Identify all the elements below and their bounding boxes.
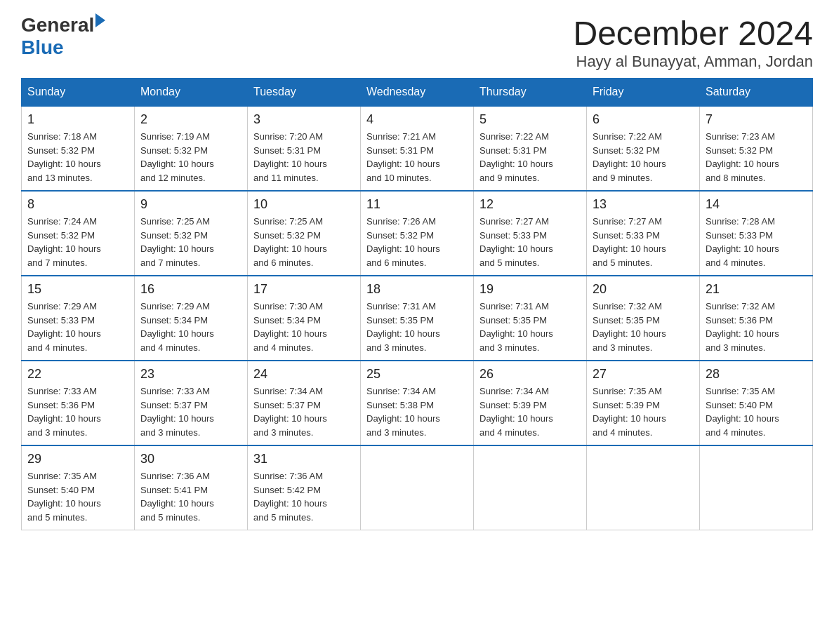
sunrise-label: Sunrise: 7:27 AM [593,216,662,227]
day-info: Sunrise: 7:19 AM Sunset: 5:32 PM Dayligh… [140,130,241,185]
daylight-minutes: and 11 minutes. [253,173,319,183]
calendar-cell: 22 Sunrise: 7:33 AM Sunset: 5:36 PM Dayl… [22,361,135,445]
day-number: 29 [27,452,128,467]
sunrise-label: Sunrise: 7:35 AM [27,471,97,481]
daylight-label: Daylight: 10 hours [253,413,327,424]
daylight-label: Daylight: 10 hours [479,328,553,339]
sunset-label: Sunset: 5:31 PM [479,145,547,156]
day-number: 7 [706,112,807,127]
daylight-label: Daylight: 10 hours [253,159,327,169]
calendar-cell: 26 Sunrise: 7:34 AM Sunset: 5:39 PM Dayl… [474,361,587,445]
daylight-minutes: and 5 minutes. [27,512,87,523]
daylight-label: Daylight: 10 hours [479,243,553,254]
sunrise-label: Sunrise: 7:22 AM [479,131,549,142]
calendar-cell: 31 Sunrise: 7:36 AM Sunset: 5:42 PM Dayl… [248,445,361,530]
calendar-cell: 13 Sunrise: 7:27 AM Sunset: 5:33 PM Dayl… [587,191,700,276]
daylight-minutes: and 3 minutes. [366,342,426,353]
calendar-cell: 25 Sunrise: 7:34 AM Sunset: 5:38 PM Dayl… [361,361,474,445]
day-info: Sunrise: 7:36 AM Sunset: 5:42 PM Dayligh… [253,469,355,524]
calendar-cell: 1 Sunrise: 7:18 AM Sunset: 5:32 PM Dayli… [22,106,135,191]
daylight-label: Daylight: 10 hours [27,243,101,254]
day-info: Sunrise: 7:25 AM Sunset: 5:32 PM Dayligh… [140,215,241,269]
day-info: Sunrise: 7:31 AM Sunset: 5:35 PM Dayligh… [479,300,581,354]
weekday-header-monday: Monday [135,79,248,107]
calendar-table: SundayMondayTuesdayWednesdayThursdayFrid… [21,78,813,530]
calendar-cell: 12 Sunrise: 7:27 AM Sunset: 5:33 PM Dayl… [474,191,587,276]
day-info: Sunrise: 7:20 AM Sunset: 5:31 PM Dayligh… [253,130,355,185]
month-title: December 2024 [573,14,813,53]
calendar-cell: 14 Sunrise: 7:28 AM Sunset: 5:33 PM Dayl… [700,191,813,276]
day-info: Sunrise: 7:21 AM Sunset: 5:31 PM Dayligh… [366,130,468,185]
sunset-label: Sunset: 5:38 PM [366,400,434,410]
weekday-header-wednesday: Wednesday [361,79,474,107]
sunrise-label: Sunrise: 7:33 AM [140,386,210,396]
daylight-minutes: and 7 minutes. [27,257,87,268]
daylight-label: Daylight: 10 hours [479,413,553,424]
calendar-week-row: 15 Sunrise: 7:29 AM Sunset: 5:33 PM Dayl… [22,276,813,361]
day-info: Sunrise: 7:35 AM Sunset: 5:39 PM Dayligh… [593,384,694,439]
day-info: Sunrise: 7:28 AM Sunset: 5:33 PM Dayligh… [706,215,807,269]
sunrise-label: Sunrise: 7:23 AM [706,131,775,142]
daylight-minutes: and 3 minutes. [27,427,87,438]
sunset-label: Sunset: 5:31 PM [253,145,321,156]
sunset-label: Sunset: 5:33 PM [593,230,660,241]
sunset-label: Sunset: 5:35 PM [593,315,660,326]
daylight-minutes: and 4 minutes. [706,257,765,268]
day-info: Sunrise: 7:24 AM Sunset: 5:32 PM Dayligh… [27,215,128,269]
day-info: Sunrise: 7:34 AM Sunset: 5:37 PM Dayligh… [253,384,355,439]
sunset-label: Sunset: 5:32 PM [706,145,773,156]
weekday-header-sunday: Sunday [22,79,135,107]
calendar-body: 1 Sunrise: 7:18 AM Sunset: 5:32 PM Dayli… [22,106,813,530]
sunrise-label: Sunrise: 7:19 AM [140,131,210,142]
calendar-cell: 10 Sunrise: 7:25 AM Sunset: 5:32 PM Dayl… [248,191,361,276]
sunrise-label: Sunrise: 7:25 AM [140,216,210,227]
daylight-label: Daylight: 10 hours [140,243,214,254]
day-number: 23 [140,367,241,382]
day-number: 17 [253,282,355,297]
day-info: Sunrise: 7:27 AM Sunset: 5:33 PM Dayligh… [593,215,694,269]
day-number: 4 [366,112,468,127]
daylight-minutes: and 9 minutes. [479,173,539,183]
sunset-label: Sunset: 5:36 PM [706,315,773,326]
sunrise-label: Sunrise: 7:22 AM [593,131,662,142]
sunrise-label: Sunrise: 7:24 AM [27,216,97,227]
sunset-label: Sunset: 5:40 PM [27,485,95,495]
sunrise-label: Sunrise: 7:34 AM [366,386,436,396]
day-number: 14 [706,197,807,212]
daylight-label: Daylight: 10 hours [706,159,779,169]
weekday-header-tuesday: Tuesday [248,79,361,107]
calendar-cell [700,445,813,530]
sunrise-label: Sunrise: 7:31 AM [366,301,436,311]
daylight-label: Daylight: 10 hours [140,498,214,509]
daylight-minutes: and 5 minutes. [140,512,200,523]
calendar-cell [474,445,587,530]
daylight-label: Daylight: 10 hours [593,328,666,339]
calendar-week-row: 8 Sunrise: 7:24 AM Sunset: 5:32 PM Dayli… [22,191,813,276]
daylight-minutes: and 4 minutes. [479,427,539,438]
sunset-label: Sunset: 5:35 PM [479,315,547,326]
logo: General Blue [21,14,105,59]
calendar-cell: 5 Sunrise: 7:22 AM Sunset: 5:31 PM Dayli… [474,106,587,191]
daylight-minutes: and 9 minutes. [593,173,652,183]
day-number: 27 [593,367,694,382]
weekday-header-thursday: Thursday [474,79,587,107]
logo-blue-text: Blue [21,36,105,59]
daylight-minutes: and 3 minutes. [140,427,200,438]
sunrise-label: Sunrise: 7:25 AM [253,216,323,227]
logo-arrow-icon [95,13,105,27]
day-info: Sunrise: 7:18 AM Sunset: 5:32 PM Dayligh… [27,130,128,185]
day-number: 1 [27,112,128,127]
calendar-cell: 20 Sunrise: 7:32 AM Sunset: 5:35 PM Dayl… [587,276,700,361]
calendar-cell: 30 Sunrise: 7:36 AM Sunset: 5:41 PM Dayl… [135,445,248,530]
daylight-minutes: and 4 minutes. [140,342,200,353]
sunrise-label: Sunrise: 7:30 AM [253,301,323,311]
daylight-minutes: and 4 minutes. [593,427,652,438]
daylight-minutes: and 3 minutes. [253,427,313,438]
sunrise-label: Sunrise: 7:26 AM [366,216,436,227]
sunset-label: Sunset: 5:34 PM [253,315,321,326]
calendar-cell: 21 Sunrise: 7:32 AM Sunset: 5:36 PM Dayl… [700,276,813,361]
daylight-minutes: and 3 minutes. [593,342,652,353]
daylight-label: Daylight: 10 hours [366,328,440,339]
sunset-label: Sunset: 5:32 PM [140,230,208,241]
day-number: 2 [140,112,241,127]
